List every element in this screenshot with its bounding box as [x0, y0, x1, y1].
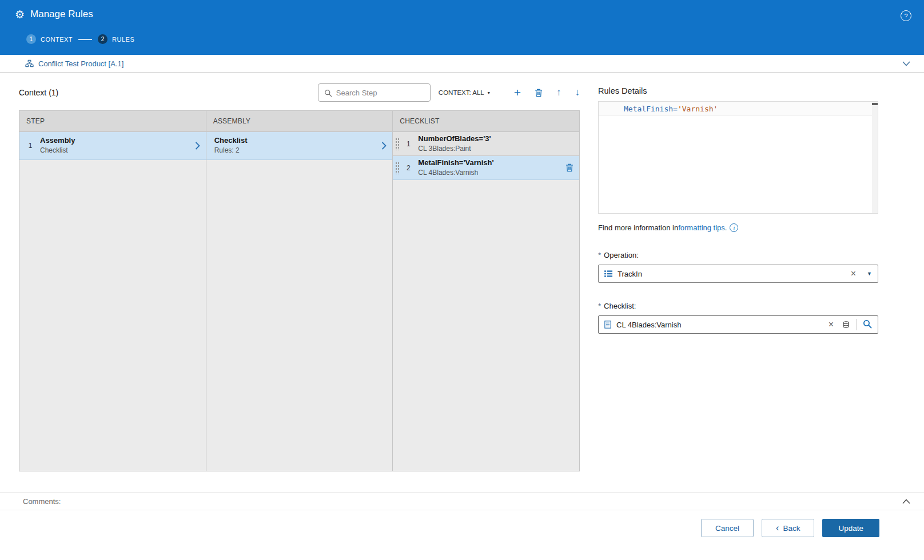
value-help-icon[interactable]: [842, 321, 850, 329]
row-subtitle: Checklist: [40, 146, 75, 155]
footer-actions: Cancel ‹ Back Update: [701, 519, 879, 537]
arrow-down-icon: ↓: [575, 87, 580, 98]
table-actions: + ↑ ↓: [514, 86, 580, 99]
trash-icon: [565, 163, 573, 172]
update-button[interactable]: Update: [822, 519, 879, 537]
help-button[interactable]: ?: [901, 10, 911, 21]
search-step-field: [318, 83, 431, 102]
row-subtitle: CL 4Blades:Varnish: [418, 169, 493, 178]
editor-scrollbar[interactable]: [872, 102, 878, 213]
add-button[interactable]: +: [514, 86, 521, 99]
rules-details-title: Rules Details: [598, 86, 878, 95]
cancel-label: Cancel: [715, 524, 739, 533]
row-subtitle: CL 3Blades:Paint: [418, 145, 491, 154]
table-row-step[interactable]: 1 Assembly Checklist: [19, 132, 206, 160]
back-label: Back: [783, 524, 800, 533]
search-step-input[interactable]: [318, 84, 430, 101]
code-property: MetalFinish=: [624, 105, 678, 113]
chevron-up-icon[interactable]: [902, 499, 910, 504]
rule-expression-editor[interactable]: MetalFinish='Varnish': [598, 101, 878, 214]
code-value: 'Varnish': [678, 105, 718, 113]
chevron-right-icon[interactable]: [381, 142, 387, 150]
info-glyph: i: [734, 225, 735, 231]
row-title: NumberOfBlades='3': [418, 134, 491, 144]
checklist-column: CHECKLIST 1 NumberOfBlades='3' CL 3Blade…: [393, 111, 579, 471]
checklist-label: *Checklist:: [598, 302, 878, 310]
delete-button[interactable]: [535, 89, 543, 97]
operation-type-icon: [604, 270, 612, 277]
manage-rules-window: ⚙ Manage Rules ? 1 CONTEXT 2 RULES Confl…: [0, 0, 924, 560]
product-icon: [25, 59, 34, 67]
chevron-right-icon[interactable]: [195, 142, 200, 150]
required-asterisk: *: [598, 302, 601, 310]
column-header-checklist: CHECKLIST: [393, 111, 579, 132]
row-title: MetalFinish='Varnish': [418, 158, 493, 168]
step-rules-label: RULES: [112, 36, 134, 43]
table-row-rule-1[interactable]: 1 NumberOfBlades='3' CL 3Blades:Paint: [393, 132, 579, 156]
checklist-search-button[interactable]: [863, 319, 872, 330]
step-rules-number: 2: [98, 34, 107, 44]
trash-icon: [535, 89, 543, 97]
drag-handle[interactable]: [395, 162, 399, 174]
checklist-label-text: Checklist:: [604, 302, 636, 310]
move-up-button[interactable]: ↑: [556, 87, 561, 98]
context-table: STEP 1 Assembly Checklist ASSEMBLY: [19, 110, 580, 471]
context-count-title: Context (1): [19, 88, 58, 97]
context-filter-dropdown[interactable]: CONTEXT: ALL ▾: [439, 89, 490, 96]
chevron-down-icon[interactable]: [902, 61, 910, 66]
search-icon: [863, 319, 872, 330]
checklist-combobox[interactable]: CL 4Blades:Varnish ×: [598, 315, 878, 334]
comments-section-header[interactable]: Comments:: [0, 493, 924, 510]
formatting-hint: Find more information in formatting tips…: [598, 223, 878, 232]
table-row-assembly[interactable]: Checklist Rules: 2: [206, 132, 393, 160]
update-label: Update: [838, 524, 863, 533]
header: ⚙ Manage Rules ? 1 CONTEXT 2 RULES: [0, 0, 924, 55]
step-context[interactable]: 1 CONTEXT: [26, 34, 73, 44]
context-filter-label: CONTEXT: ALL: [439, 89, 484, 96]
comments-label: Comments:: [23, 497, 61, 506]
plus-icon: +: [514, 86, 521, 99]
rules-details-panel: Rules Details MetalFinish='Varnish' Find…: [598, 73, 878, 334]
close-icon: ×: [829, 320, 834, 329]
drag-handle[interactable]: [395, 138, 399, 150]
row-delete-button[interactable]: [565, 163, 573, 172]
clear-operation-button[interactable]: ×: [851, 269, 856, 278]
chevron-left-icon: ‹: [776, 523, 779, 533]
formatting-tips-link[interactable]: formatting tips: [678, 223, 725, 232]
breadcrumb-bar: Conflict Test Product [A.1]: [0, 55, 924, 73]
cancel-button[interactable]: Cancel: [701, 519, 754, 537]
search-icon: [324, 89, 332, 97]
dropdown-caret-icon[interactable]: ▼: [867, 271, 872, 277]
step-rules[interactable]: 2 RULES: [98, 34, 134, 44]
operation-value: TrackIn: [618, 270, 642, 278]
move-down-button[interactable]: ↓: [575, 87, 580, 98]
info-icon[interactable]: i: [730, 223, 738, 232]
help-icon: ?: [904, 13, 907, 19]
back-button[interactable]: ‹ Back: [762, 519, 814, 537]
row-title: Assembly: [40, 136, 75, 146]
operation-combobox[interactable]: TrackIn × ▼: [598, 265, 878, 283]
operation-label-text: Operation:: [604, 251, 639, 259]
step-context-label: CONTEXT: [41, 36, 73, 43]
required-asterisk: *: [598, 251, 601, 259]
page-title: Manage Rules: [30, 9, 93, 20]
clear-checklist-button[interactable]: ×: [829, 320, 834, 329]
close-icon: ×: [851, 269, 856, 278]
operation-label: *Operation:: [598, 251, 878, 259]
context-section: Context (1) CONTEXT: ALL ▾ + ↑ ↓: [19, 73, 580, 471]
caret-down-icon: ▾: [488, 90, 490, 95]
wizard-stepper: 1 CONTEXT 2 RULES: [26, 34, 134, 44]
row-title: Checklist: [214, 136, 248, 146]
checklist-type-icon: [604, 321, 611, 329]
info-text-prefix: Find more information in: [598, 223, 678, 232]
breadcrumb[interactable]: Conflict Test Product [A.1]: [38, 59, 124, 68]
column-header-assembly: ASSEMBLY: [206, 111, 393, 132]
row-subtitle: Rules: 2: [214, 146, 248, 155]
arrow-up-icon: ↑: [556, 87, 561, 98]
divider: [856, 319, 857, 330]
column-header-step: STEP: [19, 111, 206, 132]
table-row-rule-2[interactable]: 2 MetalFinish='Varnish' CL 4Blades:Varni…: [393, 156, 579, 180]
context-toolbar: Context (1) CONTEXT: ALL ▾ + ↑ ↓: [19, 79, 580, 106]
manage-rules-icon: ⚙: [15, 9, 25, 20]
step-connector: [78, 39, 92, 40]
